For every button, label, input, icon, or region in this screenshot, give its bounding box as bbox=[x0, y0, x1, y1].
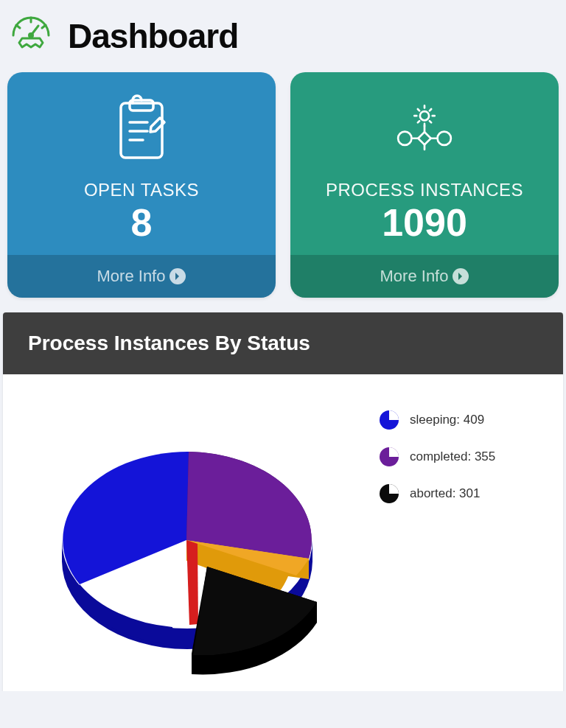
summary-cards: OPEN TASKS 8 More Info bbox=[0, 72, 566, 312]
panel-body: sleeping: 409 completed: 355 aborted: 30… bbox=[3, 374, 563, 691]
pie-slice-icon bbox=[379, 483, 399, 504]
svg-line-1 bbox=[16, 25, 20, 28]
svg-line-2 bbox=[42, 25, 46, 28]
svg-point-12 bbox=[438, 132, 451, 145]
legend-item-sleeping: sleeping: 409 bbox=[379, 410, 548, 430]
more-info-label: More Info bbox=[380, 267, 449, 286]
card-label: PROCESS INSTANCES bbox=[326, 180, 523, 200]
card-open-tasks[interactable]: OPEN TASKS 8 More Info bbox=[7, 72, 276, 298]
status-panel: Process Instances By Status bbox=[3, 312, 563, 691]
clipboard-icon bbox=[111, 93, 172, 180]
pie-slice-icon bbox=[379, 410, 399, 430]
svg-rect-13 bbox=[418, 132, 430, 144]
svg-point-4 bbox=[29, 34, 33, 38]
chart-legend: sleeping: 409 completed: 355 aborted: 30… bbox=[379, 396, 548, 676]
pie-chart bbox=[18, 396, 357, 676]
card-body: PROCESS INSTANCES 1090 bbox=[290, 72, 559, 255]
legend-label: sleeping: 409 bbox=[410, 413, 484, 427]
svg-point-11 bbox=[398, 132, 411, 145]
pie-slice-icon bbox=[379, 447, 399, 467]
card-body: OPEN TASKS 8 bbox=[7, 72, 276, 255]
svg-point-10 bbox=[420, 111, 429, 120]
more-info-button[interactable]: More Info bbox=[290, 255, 559, 298]
card-value: 8 bbox=[131, 203, 153, 242]
dashboard-gauge-icon bbox=[7, 13, 55, 59]
card-label: OPEN TASKS bbox=[84, 180, 199, 200]
page-header: Dashboard bbox=[0, 0, 566, 72]
legend-label: aborted: 301 bbox=[410, 486, 480, 501]
legend-item-aborted: aborted: 301 bbox=[379, 483, 548, 504]
card-process-instances[interactable]: PROCESS INSTANCES 1090 More Info bbox=[290, 72, 559, 298]
chevron-right-icon bbox=[170, 268, 186, 284]
legend-item-completed: completed: 355 bbox=[379, 447, 548, 467]
more-info-button[interactable]: More Info bbox=[7, 255, 276, 298]
chevron-right-icon bbox=[453, 268, 469, 284]
process-icon bbox=[394, 93, 455, 180]
more-info-label: More Info bbox=[97, 267, 166, 286]
card-value: 1090 bbox=[382, 203, 467, 242]
legend-label: completed: 355 bbox=[410, 449, 495, 464]
page-title: Dashboard bbox=[68, 16, 238, 56]
panel-title: Process Instances By Status bbox=[3, 312, 563, 374]
